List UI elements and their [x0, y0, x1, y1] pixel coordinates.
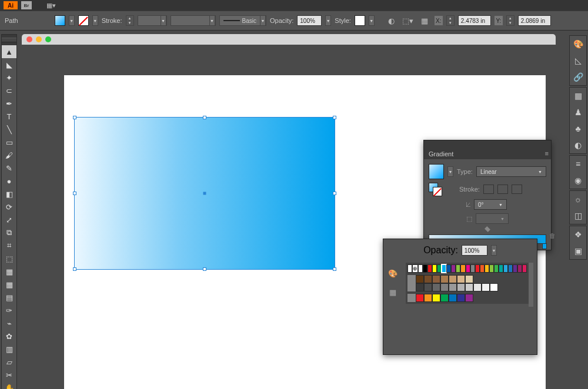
resize-handle-w[interactable] — [73, 192, 76, 195]
gradient-preset-dropdown[interactable]: ▼ — [447, 166, 453, 177]
swatch-cell[interactable] — [475, 264, 480, 273]
swatch-cell[interactable] — [449, 283, 457, 291]
swatch-cell[interactable] — [460, 264, 465, 273]
swatch-opacity-dropdown[interactable]: ▼ — [491, 245, 497, 256]
tool-scale[interactable]: ⤢ — [2, 213, 16, 226]
tools-panel-handle[interactable] — [2, 35, 16, 45]
tool-shape-builder[interactable]: ⬚ — [2, 252, 16, 265]
tool-width[interactable]: ⧉ — [2, 226, 16, 239]
tool-rectangle[interactable]: ▭ — [2, 136, 16, 149]
tool-rotate[interactable]: ⟳ — [2, 200, 16, 213]
swatch-registration[interactable]: ⊕ — [412, 264, 418, 273]
swatch-cell[interactable] — [416, 283, 424, 291]
x-input[interactable]: 2.4783 in — [458, 15, 491, 26]
tool-type[interactable]: T — [2, 110, 16, 123]
swatch-cell[interactable] — [473, 283, 482, 291]
swatch-cell[interactable] — [494, 264, 499, 273]
tool-lasso[interactable]: ⊂ — [2, 84, 16, 97]
swatch-cell[interactable] — [442, 264, 446, 273]
style-swatch[interactable] — [355, 15, 365, 26]
swatch-cell[interactable] — [418, 264, 423, 273]
swatch-cell[interactable] — [503, 264, 508, 273]
fill-swatch[interactable] — [55, 15, 65, 26]
panel-menu-icon[interactable]: ≡ — [545, 150, 549, 157]
gradient-panel[interactable]: Gradient ≡ ▼ Type: Linear▼ Stroke: ⟀ 0°▼ — [423, 140, 552, 250]
swatch-cell[interactable] — [440, 275, 449, 283]
palette-panel-icon[interactable]: 🎨 — [570, 36, 586, 52]
swatch-cell[interactable] — [451, 264, 456, 273]
swatch-cell[interactable] — [432, 294, 440, 302]
gradient-preview-swatch[interactable] — [429, 164, 444, 179]
swatch-cell[interactable] — [489, 264, 494, 273]
arrange-documents-icon[interactable]: ▦▾ — [46, 1, 56, 9]
swatch-palette-view-icon[interactable]: 🎨 — [387, 267, 399, 279]
swatch-cell[interactable] — [490, 283, 498, 291]
human-panel-icon[interactable]: ♟ — [570, 104, 586, 120]
swatch-cell[interactable] — [456, 264, 460, 273]
resize-handle-e[interactable] — [333, 192, 336, 195]
close-window-icon[interactable] — [26, 36, 32, 42]
tool-eyedropper[interactable]: ✑ — [2, 304, 16, 317]
delete-stop-icon[interactable]: 🗑 — [549, 232, 556, 239]
zoom-window-icon[interactable] — [45, 36, 51, 42]
swatch-cell[interactable] — [424, 283, 432, 291]
tool-line[interactable]: ╲ — [2, 123, 16, 136]
window-titlebar[interactable] — [22, 34, 556, 45]
swatch-cell[interactable] — [482, 283, 490, 291]
tool-free-transform[interactable]: ⌗ — [2, 239, 16, 252]
tool-paintbrush[interactable]: 🖌 — [2, 149, 16, 162]
swatch-cell[interactable] — [416, 294, 424, 302]
resize-handle-sw[interactable] — [73, 267, 76, 271]
transparency-panel-icon[interactable]: ◐ — [570, 137, 586, 153]
swatch-cell[interactable] — [513, 264, 517, 273]
gradient-stop-right[interactable] — [542, 243, 547, 249]
swatch-group-folder-icon[interactable] — [407, 283, 416, 291]
swatch-cell[interactable] — [449, 275, 457, 283]
selected-rectangle[interactable] — [74, 117, 335, 270]
tool-mesh[interactable]: ▦ — [2, 278, 16, 291]
swatch-cell[interactable] — [470, 264, 475, 273]
tool-column-graph[interactable]: ▥ — [2, 343, 16, 356]
swatch-cell[interactable] — [457, 275, 465, 283]
swatch-cell[interactable] — [432, 264, 437, 273]
tool-direct-selection[interactable]: ◣ — [2, 58, 16, 71]
tool-symbol-sprayer[interactable]: ✿ — [2, 330, 16, 343]
stroke-weight-spinner[interactable]: ▲▼ — [126, 15, 134, 26]
swatch-cell[interactable] — [499, 264, 503, 273]
color-swatch-popup[interactable]: Opacity: 100% ▼ 🎨 ▦ ⊕ — [383, 239, 537, 355]
tool-pen[interactable]: ✒ — [2, 97, 16, 110]
swatch-cell[interactable] — [424, 294, 432, 302]
swatch-scrollbar[interactable] — [529, 263, 533, 307]
swatch-cell[interactable] — [465, 294, 473, 302]
resize-handle-ne[interactable] — [333, 116, 336, 119]
swatch-cell[interactable] — [446, 264, 451, 273]
swatch-cell[interactable] — [457, 283, 465, 291]
resize-handle-nw[interactable] — [73, 116, 76, 119]
tool-gradient[interactable]: ▤ — [2, 291, 16, 304]
list-panel-icon[interactable]: ≡ — [570, 156, 586, 172]
layers-panel-icon[interactable]: ❖ — [570, 226, 586, 243]
swatch-cell[interactable] — [440, 294, 449, 302]
gradient-type-select[interactable]: Linear▼ — [476, 166, 546, 177]
swatch-cell[interactable] — [457, 294, 465, 302]
links-panel-icon[interactable]: 🔗 — [570, 69, 586, 85]
style-dropdown[interactable]: ▼ — [369, 15, 375, 26]
gradient-midpoint-icon[interactable] — [485, 226, 490, 232]
opacity-input[interactable]: 100% — [297, 15, 322, 26]
swatch-cell[interactable] — [440, 283, 449, 291]
tool-selection[interactable]: ▲ — [2, 45, 16, 58]
gradient-panel-title[interactable]: Gradient — [424, 149, 551, 159]
swatch-group-folder-icon[interactable] — [407, 275, 416, 283]
transform-icon[interactable]: ▦ — [418, 14, 431, 27]
swatch-cell[interactable] — [480, 264, 485, 273]
stroke-dropdown[interactable]: ▼ — [92, 15, 98, 26]
brush-definition[interactable]: Basic▼ — [219, 15, 266, 26]
swatch-cell[interactable] — [416, 275, 424, 283]
swatch-group-folder-icon[interactable] — [407, 294, 416, 302]
swatch-cell[interactable] — [437, 264, 442, 273]
swatch-cell[interactable] — [465, 283, 473, 291]
tool-artboard[interactable]: ▱ — [2, 356, 16, 368]
bridge-badge[interactable]: Br — [21, 1, 32, 9]
swatch-cell[interactable] — [424, 275, 432, 283]
tool-perspective[interactable]: ▦ — [2, 265, 16, 278]
